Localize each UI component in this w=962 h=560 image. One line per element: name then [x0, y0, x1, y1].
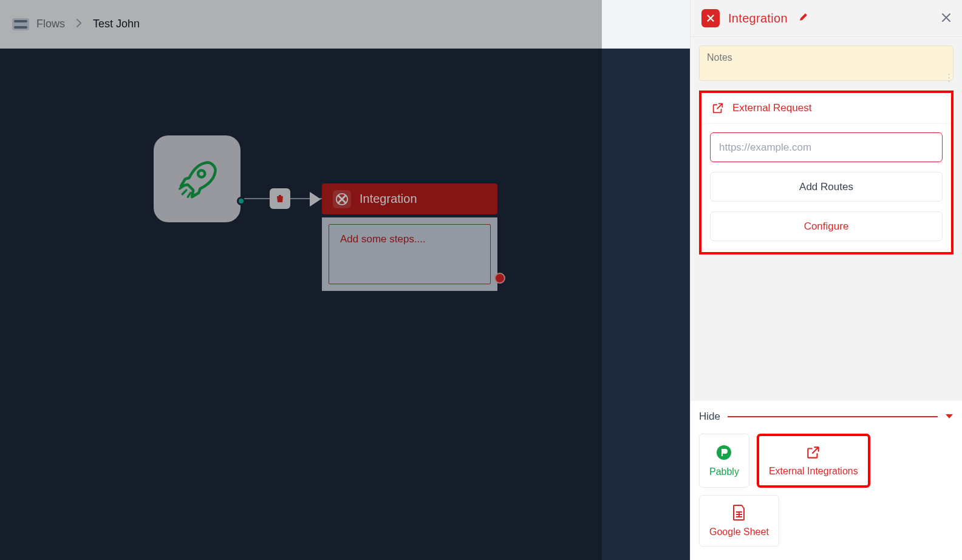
breadcrumb-root[interactable]: Flows: [36, 18, 65, 30]
hide-label: Hide: [699, 411, 720, 423]
connector-arrow-icon: [310, 192, 321, 207]
panel-body: ⋰ External Request Add Routes Configure: [691, 37, 962, 254]
tile-pabbly[interactable]: Pabbly: [699, 434, 749, 488]
node-output-handle[interactable]: [494, 273, 505, 284]
configure-button[interactable]: Configure: [710, 211, 943, 241]
tile-google-sheet[interactable]: Google Sheet: [699, 495, 779, 547]
svg-point-0: [198, 170, 205, 177]
integration-node-label: Integration: [360, 192, 417, 206]
integrations-picker: Hide Pabbly External Integrations: [691, 400, 962, 560]
breadcrumb-current: Test John: [93, 18, 140, 30]
external-request-header: External Request: [701, 93, 951, 124]
sheet-icon: [732, 504, 746, 521]
edit-title-button[interactable]: [799, 12, 808, 24]
divider-line: [728, 416, 938, 417]
pencil-icon: [799, 12, 808, 22]
delete-connector-button[interactable]: [270, 188, 290, 209]
external-link-icon: [805, 445, 821, 460]
external-link-icon: [711, 101, 725, 115]
steps-placeholder: Add some steps....: [329, 224, 491, 284]
add-routes-button[interactable]: Add Routes: [710, 172, 943, 202]
external-request-section: External Request Add Routes Configure: [699, 90, 953, 254]
hide-toggle[interactable]: Hide: [699, 411, 953, 423]
url-input[interactable]: [710, 132, 943, 162]
close-icon: [941, 13, 951, 22]
pabbly-icon: [715, 444, 732, 461]
flows-icon: [12, 18, 29, 30]
panel-title: Integration: [728, 12, 788, 26]
rocket-icon: [176, 157, 219, 201]
panel-header: Integration: [691, 0, 962, 37]
tile-label: Pabbly: [709, 466, 739, 477]
tile-external-integrations[interactable]: External Integrations: [757, 434, 870, 488]
external-request-title: External Request: [732, 102, 811, 114]
connector-line: [244, 198, 270, 199]
close-panel-button[interactable]: [941, 12, 951, 26]
notes-textarea[interactable]: [699, 46, 953, 81]
integration-icon: [701, 9, 720, 27]
chevron-right-icon: [76, 19, 82, 30]
tile-label: Google Sheet: [709, 527, 769, 538]
steps-container[interactable]: Add some steps....: [322, 217, 497, 291]
start-node[interactable]: [154, 135, 241, 222]
tile-label: External Integrations: [769, 466, 858, 477]
caret-down-icon: [945, 411, 953, 422]
integration-panel: Integration ⋰ External Request Add Route…: [690, 0, 962, 560]
notes-wrap: ⋰: [699, 46, 953, 83]
integration-icon: [333, 190, 351, 208]
trash-icon: [275, 194, 285, 203]
integration-node[interactable]: Integration: [322, 183, 497, 214]
